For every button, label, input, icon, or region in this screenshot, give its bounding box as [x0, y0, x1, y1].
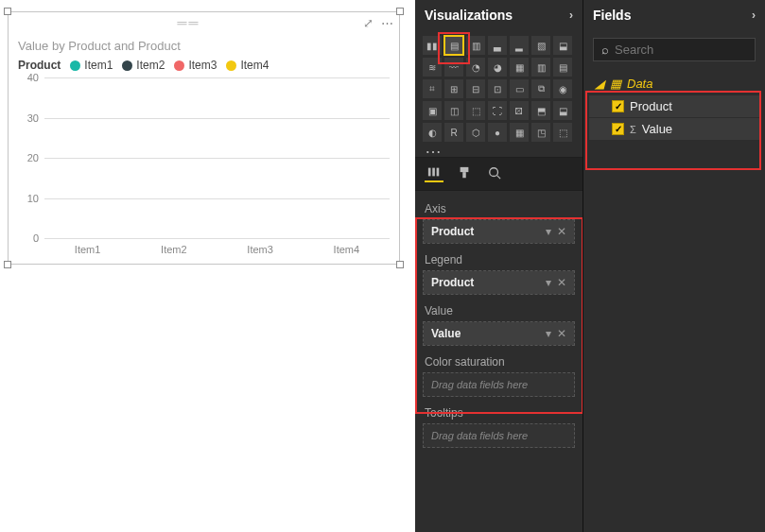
- chart-visual[interactable]: ══ ⤢ ⋯ Value by Product and Product Prod…: [8, 11, 400, 265]
- fields-panel: Fields › ⌕ ◢ ▦ Data ✓ Product ✓ Σ Value: [583, 0, 765, 532]
- axis-well-label: Axis: [423, 197, 575, 219]
- viz-type-icon[interactable]: ▧: [531, 36, 550, 55]
- viz-type-icon[interactable]: ◕: [488, 58, 507, 77]
- value-field-chip[interactable]: Value ▾✕: [424, 322, 574, 345]
- field-checkbox[interactable]: ✓: [612, 100, 624, 112]
- remove-icon[interactable]: ✕: [557, 225, 566, 238]
- viz-type-icon[interactable]: ▤: [444, 36, 463, 55]
- chevron-right-icon[interactable]: ›: [569, 9, 573, 22]
- fields-search[interactable]: ⌕: [593, 38, 756, 61]
- value-well-label: Value: [423, 299, 575, 321]
- viz-type-icon[interactable]: ⬡: [466, 123, 485, 142]
- chart-plot-area: 010203040: [44, 77, 390, 238]
- viz-type-icon[interactable]: ⬚: [466, 101, 485, 120]
- viz-type-icon[interactable]: ◔: [466, 58, 485, 77]
- more-options-icon[interactable]: ⋯: [381, 16, 393, 30]
- visualization-gallery: ▮▮▤▥▃▂▧⬓≋〰◔◕▦▥▤⌗⊞⊟⊡▭⧉◉▣◫⬚⛶⛝⬒⬓◐R⬡●▦◳⬚: [415, 30, 582, 142]
- remove-icon[interactable]: ✕: [557, 327, 566, 340]
- visualizations-panel: Visualizations › ▮▮▤▥▃▂▧⬓≋〰◔◕▦▥▤⌗⊞⊟⊡▭⧉◉▣…: [415, 0, 583, 532]
- resize-handle-tr[interactable]: [396, 8, 404, 15]
- y-tick-label: 30: [16, 112, 39, 124]
- viz-type-icon[interactable]: ⛝: [510, 101, 529, 120]
- field-checkbox[interactable]: ✓: [612, 123, 624, 135]
- x-tick-label: Item3: [217, 244, 304, 255]
- viz-type-icon[interactable]: ▥: [531, 58, 550, 77]
- viz-type-icon[interactable]: ▤: [553, 58, 572, 77]
- viz-type-icon[interactable]: ◳: [531, 123, 550, 142]
- chart-title: Value by Product and Product: [9, 33, 399, 55]
- search-icon: ⌕: [601, 43, 609, 57]
- properties-tabs: [415, 157, 582, 191]
- viz-type-icon[interactable]: ▮▮: [423, 36, 442, 55]
- legend-field-chip[interactable]: Product ▾✕: [424, 271, 574, 294]
- chevron-down-icon[interactable]: ▾: [546, 225, 551, 238]
- viz-type-icon[interactable]: ⊡: [488, 79, 507, 98]
- svg-rect-4: [462, 172, 466, 178]
- remove-icon[interactable]: ✕: [557, 276, 566, 289]
- viz-type-icon[interactable]: ⛶: [488, 101, 507, 120]
- viz-type-icon[interactable]: ●: [488, 123, 507, 142]
- chart-x-axis: Item1Item2Item3Item4: [44, 244, 390, 255]
- viz-type-icon[interactable]: ◫: [444, 101, 463, 120]
- svg-point-5: [490, 168, 498, 177]
- viz-type-icon[interactable]: 〰: [444, 58, 463, 77]
- gallery-more-icon[interactable]: …: [415, 142, 582, 157]
- table-icon: ▦: [610, 77, 621, 91]
- fields-tab-icon[interactable]: [425, 163, 443, 182]
- viz-type-icon[interactable]: ⬒: [531, 101, 550, 120]
- analytics-tab-icon[interactable]: [485, 163, 504, 182]
- chart-legend: Product Item1 Item2 Item3 Item4: [9, 55, 399, 77]
- format-tab-icon[interactable]: [455, 163, 474, 182]
- value-well[interactable]: Value ▾✕: [423, 321, 575, 346]
- visualizations-header[interactable]: Visualizations ›: [415, 0, 582, 30]
- field-node-value[interactable]: ✓ Σ Value: [589, 118, 759, 140]
- table-node[interactable]: ◢ ▦ Data: [589, 73, 759, 94]
- tooltips-well[interactable]: Drag data fields here: [423, 423, 575, 448]
- viz-type-icon[interactable]: ⊟: [466, 79, 485, 98]
- legend-item: Item1: [70, 59, 113, 72]
- color-saturation-well[interactable]: Drag data fields here: [423, 372, 575, 397]
- chevron-right-icon[interactable]: ›: [752, 9, 756, 22]
- svg-rect-0: [428, 168, 431, 177]
- axis-well[interactable]: Product ▾✕: [423, 219, 575, 244]
- svg-rect-3: [461, 167, 469, 172]
- resize-handle-br[interactable]: [396, 261, 404, 268]
- viz-type-icon[interactable]: ⌗: [423, 79, 442, 98]
- svg-line-6: [497, 176, 501, 180]
- viz-type-icon[interactable]: ▥: [466, 36, 485, 55]
- resize-handle-tl[interactable]: [4, 8, 11, 15]
- viz-type-icon[interactable]: ⬓: [553, 101, 572, 120]
- field-node-product[interactable]: ✓ Product: [589, 95, 759, 117]
- viz-type-icon[interactable]: ▦: [510, 58, 529, 77]
- viz-type-icon[interactable]: ⬓: [553, 36, 572, 55]
- viz-type-icon[interactable]: ⧉: [531, 79, 550, 98]
- y-tick-label: 40: [16, 72, 39, 83]
- viz-type-icon[interactable]: ◉: [553, 79, 572, 98]
- axis-field-chip[interactable]: Product ▾✕: [424, 220, 574, 243]
- viz-type-icon[interactable]: ▣: [423, 101, 442, 120]
- x-tick-label: Item4: [304, 244, 390, 255]
- drag-handle-icon[interactable]: ══: [178, 15, 200, 30]
- viz-type-icon[interactable]: ▂: [510, 36, 529, 55]
- viz-type-icon[interactable]: ▭: [510, 79, 529, 98]
- viz-type-icon[interactable]: ⬚: [553, 123, 572, 142]
- collapse-icon[interactable]: ◢: [595, 77, 604, 91]
- legend-item: Item3: [174, 59, 217, 72]
- search-input[interactable]: [615, 43, 765, 57]
- x-tick-label: Item1: [44, 244, 130, 255]
- fields-header[interactable]: Fields ›: [583, 0, 765, 30]
- chevron-down-icon[interactable]: ▾: [546, 276, 551, 289]
- resize-handle-bl[interactable]: [4, 261, 11, 268]
- viz-type-icon[interactable]: ▃: [488, 36, 507, 55]
- viz-type-icon[interactable]: ▦: [510, 123, 529, 142]
- viz-type-icon[interactable]: R: [444, 123, 463, 142]
- viz-type-icon[interactable]: ⊞: [444, 79, 463, 98]
- legend-well[interactable]: Product ▾✕: [423, 270, 575, 295]
- focus-mode-icon[interactable]: ⤢: [363, 16, 374, 30]
- chevron-down-icon[interactable]: ▾: [546, 327, 551, 340]
- report-canvas[interactable]: ══ ⤢ ⋯ Value by Product and Product Prod…: [0, 0, 415, 532]
- legend-item: Item4: [226, 59, 269, 72]
- field-wells: Axis Product ▾✕ Legend Product ▾✕ Value …: [415, 191, 582, 532]
- viz-type-icon[interactable]: ≋: [423, 58, 442, 77]
- legend-item: Item2: [122, 59, 165, 72]
